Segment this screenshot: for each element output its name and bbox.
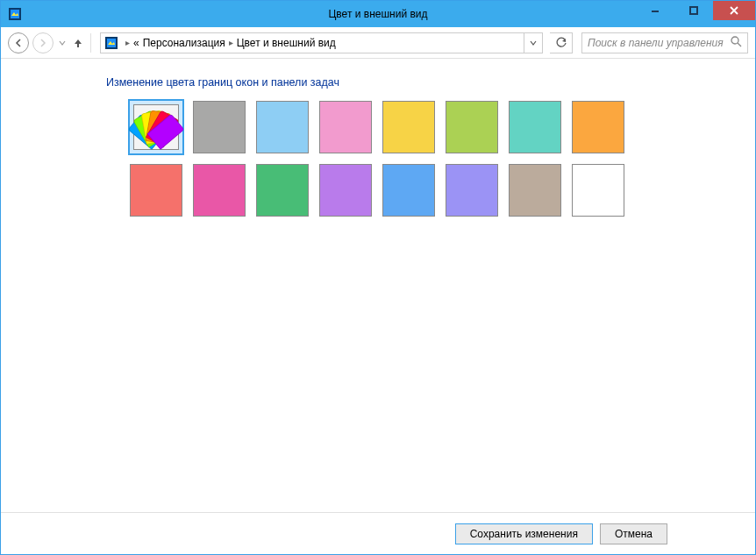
refresh-button[interactable] — [550, 32, 573, 53]
close-button[interactable] — [713, 1, 755, 20]
minimize-button[interactable] — [636, 1, 674, 20]
color-swatch-grey[interactable] — [193, 101, 246, 153]
color-swatch-purple[interactable] — [319, 164, 372, 217]
page-title: Изменение цвета границ окон и панели зад… — [106, 76, 745, 89]
breadcrumb-icon — [104, 36, 118, 50]
maximize-button[interactable] — [674, 1, 713, 20]
cancel-button[interactable]: Отмена — [600, 523, 667, 544]
search-placeholder: Поиск в панели управления — [588, 37, 731, 49]
breadcrumb-item[interactable]: Цвет и внешний вид — [237, 37, 336, 49]
window-title: Цвет и внешний вид — [328, 8, 427, 20]
toolbar: ▸ « Персонализация ▸ Цвет и внешний вид … — [1, 27, 755, 59]
color-swatch-magenta[interactable] — [193, 164, 246, 217]
color-swatch-blue[interactable] — [382, 164, 435, 217]
breadcrumb[interactable]: ▸ « Персонализация ▸ Цвет и внешний вид — [100, 32, 543, 53]
color-swatch-orange[interactable] — [572, 101, 624, 153]
chevron-right-icon: ▸ — [122, 38, 133, 47]
color-swatch-white[interactable] — [572, 164, 624, 217]
nav-back-button[interactable] — [8, 32, 29, 53]
save-button[interactable]: Сохранить изменения — [455, 523, 593, 544]
color-swatch-coral[interactable] — [130, 164, 182, 217]
svg-rect-3 — [690, 7, 697, 14]
nav-history-dropdown[interactable] — [57, 39, 68, 46]
content-area: Изменение цвета границ окон и панели зад… — [1, 59, 755, 512]
app-icon — [8, 7, 22, 21]
breadcrumb-item[interactable]: Персонализация — [143, 37, 225, 49]
color-swatch-grid — [130, 101, 638, 217]
svg-rect-2 — [652, 11, 659, 12]
color-fan-icon — [139, 110, 174, 145]
color-swatch-lavender[interactable] — [446, 164, 498, 217]
window-controls — [636, 1, 755, 20]
color-swatch-yellow[interactable] — [382, 101, 435, 153]
breadcrumb-dropdown[interactable] — [524, 33, 542, 53]
color-swatch-lime[interactable] — [446, 101, 498, 153]
footer: Сохранить изменения Отмена — [1, 512, 755, 554]
color-swatch-automatic[interactable] — [128, 99, 184, 155]
color-swatch-green[interactable] — [256, 164, 309, 217]
toolbar-separator — [90, 33, 91, 53]
color-swatch-pink[interactable] — [319, 101, 372, 153]
color-swatch-sky[interactable] — [256, 101, 309, 153]
search-input[interactable]: Поиск в панели управления — [581, 32, 748, 53]
color-swatch-teal[interactable] — [509, 101, 561, 153]
window-frame: Цвет и внешний вид — [0, 0, 756, 555]
breadcrumb-prefix: « — [133, 37, 139, 49]
svg-point-6 — [731, 37, 738, 44]
chevron-right-icon: ▸ — [225, 38, 237, 47]
titlebar: Цвет и внешний вид — [1, 1, 755, 27]
nav-up-button[interactable] — [71, 37, 85, 49]
nav-forward-button[interactable] — [32, 32, 53, 53]
search-icon — [731, 36, 742, 50]
color-swatch-taupe[interactable] — [509, 164, 561, 217]
